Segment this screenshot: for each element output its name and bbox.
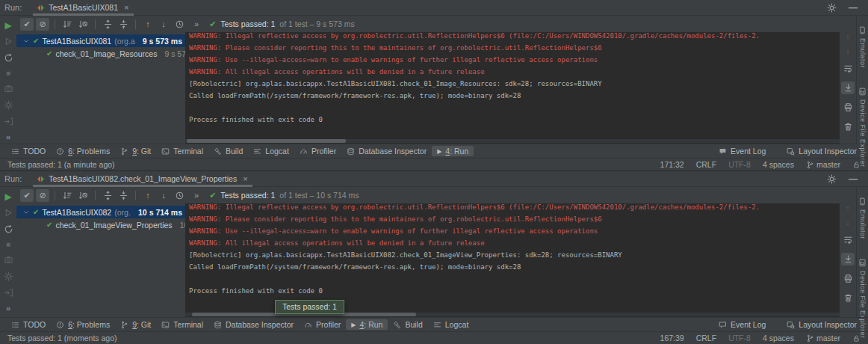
down-the-stack-trace-button[interactable]: ↓ [846, 48, 850, 55]
sort-alphabetically-button[interactable] [61, 18, 74, 31]
up-the-stack-trace-button[interactable]: ↑ [846, 205, 850, 212]
toolwindow-tab-run[interactable]: ▶4: Run [346, 319, 388, 330]
encoding-widget[interactable]: UTF-8 [728, 334, 751, 343]
coverage-settings-icon[interactable] [4, 100, 13, 110]
rerun-failed-tests-button[interactable] [4, 37, 13, 46]
toolwindow-tab-terminal[interactable]: Terminal [156, 319, 208, 330]
test-suite-row[interactable]: ✔ TestA1BasicUIX082 (org.aplas.basica 10… [16, 206, 185, 218]
soft-wrap-button[interactable] [841, 62, 855, 75]
more-left-toolbar-icon[interactable]: » [6, 304, 10, 313]
settings-gear-icon[interactable] [827, 3, 837, 13]
expand-all-button[interactable] [101, 18, 114, 31]
horizontal-scrollbar-thumb[interactable] [187, 139, 346, 143]
toggle-auto-test-button[interactable] [4, 53, 13, 63]
down-the-stack-trace-button[interactable]: ↓ [846, 219, 850, 227]
toolwindow-tab-problems[interactable]: 6: Problems [51, 146, 115, 156]
test-history-button[interactable] [173, 18, 186, 31]
indent-widget[interactable]: 4 spaces [763, 160, 794, 169]
up-the-stack-trace-button[interactable]: ↑ [846, 34, 850, 41]
dump-threads-icon[interactable] [4, 84, 13, 93]
run-tab[interactable]: TestA1BasicUIX082.check_01_ImageView_Pro… [31, 171, 254, 187]
import-test-results-icon[interactable] [4, 117, 13, 126]
hide-tool-window-icon[interactable]: — [849, 2, 858, 13]
event-log-button[interactable]: Event Log [713, 146, 771, 156]
dump-threads-icon[interactable] [4, 255, 13, 265]
line-separator-widget[interactable]: CRLF [696, 160, 716, 169]
run-tab[interactable]: TestA1BasicUIX081 × [31, 0, 135, 16]
chevron-down-icon[interactable] [22, 37, 30, 45]
console-output[interactable]: WARNING: Illegal reflective access by or… [185, 32, 840, 144]
toolwindow-tab-database-inspector[interactable]: Database Inspector [341, 146, 432, 156]
more-left-toolbar-icon[interactable]: » [6, 133, 10, 141]
git-branch-widget[interactable]: master [806, 160, 840, 169]
caret-position-widget[interactable]: 171:32 [660, 160, 684, 169]
close-tab-icon[interactable]: × [124, 3, 128, 12]
show-passed-toggle[interactable]: ✔ [20, 18, 34, 31]
print-button[interactable] [841, 101, 855, 114]
collapse-all-button[interactable] [117, 189, 130, 202]
toolwindow-tab-logcat[interactable]: Logcat [428, 319, 474, 330]
toolwindow-tab-profiler[interactable]: Profiler [299, 319, 346, 330]
show-ignored-toggle[interactable]: ⊘ [36, 189, 49, 202]
toolwindow-tab-todo[interactable]: TODO [6, 146, 51, 156]
toolwindow-tab-git[interactable]: 9: Git [115, 319, 156, 330]
lock-icon[interactable] [852, 334, 861, 343]
encoding-widget[interactable]: UTF-8 [728, 160, 751, 169]
clear-all-button[interactable] [841, 292, 855, 304]
chevron-down-icon[interactable] [22, 209, 30, 216]
rerun-button[interactable]: ▶ [4, 192, 11, 201]
show-passed-toggle[interactable]: ✔ [20, 189, 34, 202]
lock-icon[interactable] [852, 161, 861, 169]
toolwindow-tab-build[interactable]: Build [208, 146, 248, 156]
caret-position-widget[interactable]: 167:39 [660, 334, 684, 343]
test-case-row[interactable]: ✔ check_01_ImageView_Properties 10 s 714… [16, 218, 185, 231]
line-separator-widget[interactable]: CRLF [696, 334, 716, 343]
previous-occurrence-button[interactable]: ↑ [141, 189, 155, 202]
git-branch-widget[interactable]: master [806, 334, 840, 343]
import-test-results-icon[interactable] [4, 288, 13, 298]
toolwindow-tab-profiler[interactable]: Profiler [294, 146, 341, 156]
sort-by-duration-button[interactable] [76, 189, 90, 202]
hide-tool-window-icon[interactable]: — [849, 173, 858, 184]
clear-all-button[interactable] [841, 120, 855, 133]
toolwindow-tab-git[interactable]: 9: Git [115, 146, 156, 156]
toolwindow-tab-logcat[interactable]: Logcat [248, 146, 294, 156]
sort-alphabetically-button[interactable] [61, 189, 74, 202]
status-message[interactable]: Tests passed: 1 (a minute ago) [7, 160, 115, 169]
test-history-button[interactable] [173, 189, 186, 202]
soft-wrap-button[interactable] [841, 233, 855, 246]
next-occurrence-button[interactable]: ↓ [157, 189, 170, 202]
status-message[interactable]: Tests passed: 1 (moments ago) [7, 334, 117, 343]
sort-by-duration-button[interactable] [76, 18, 90, 31]
expand-all-button[interactable] [101, 189, 114, 202]
tool-window-tab-emulator[interactable]: Emulator [858, 197, 867, 239]
event-log-button[interactable]: Event Log [713, 319, 771, 330]
next-occurrence-button[interactable]: ↓ [157, 18, 170, 31]
previous-occurrence-button[interactable]: ↑ [141, 18, 155, 31]
toolwindow-tab-build[interactable]: Build [388, 319, 427, 330]
rerun-failed-tests-button[interactable] [4, 208, 13, 218]
toolwindow-tab-problems[interactable]: 6: Problems [51, 319, 115, 330]
layout-inspector-button[interactable]: Layout Inspector [781, 319, 862, 330]
collapse-all-button[interactable] [117, 18, 130, 31]
toggle-auto-test-button[interactable] [4, 224, 13, 234]
toolwindow-tab-todo[interactable]: TODO [6, 319, 51, 330]
more-toolbar-icon[interactable]: » [194, 19, 199, 28]
coverage-settings-icon[interactable] [4, 271, 13, 281]
toolwindow-tab-run[interactable]: ▶4: Run [432, 146, 474, 156]
tool-window-tab-emulator[interactable]: Emulator [858, 26, 867, 68]
print-button[interactable] [841, 272, 855, 285]
test-case-row[interactable]: ✔ check_01_Image_Resources 9 s 573 ms [16, 47, 185, 60]
rerun-button[interactable]: ▶ [4, 21, 11, 30]
test-suite-row[interactable]: ✔ TestA1BasicUIX081 (org.aplas.basica 9 … [16, 34, 185, 47]
show-ignored-toggle[interactable]: ⊘ [36, 18, 49, 31]
settings-gear-icon[interactable] [827, 174, 837, 184]
indent-widget[interactable]: 4 spaces [763, 334, 794, 343]
stop-button[interactable]: ■ [6, 70, 10, 77]
toolwindow-tab-database-inspector[interactable]: Database Inspector [208, 319, 299, 330]
close-tab-icon[interactable]: × [243, 174, 247, 183]
layout-inspector-button[interactable]: Layout Inspector [781, 146, 862, 156]
toolwindow-tab-terminal[interactable]: Terminal [156, 146, 208, 156]
scroll-to-end-button[interactable] [841, 253, 855, 265]
scroll-to-end-button[interactable] [841, 82, 855, 94]
